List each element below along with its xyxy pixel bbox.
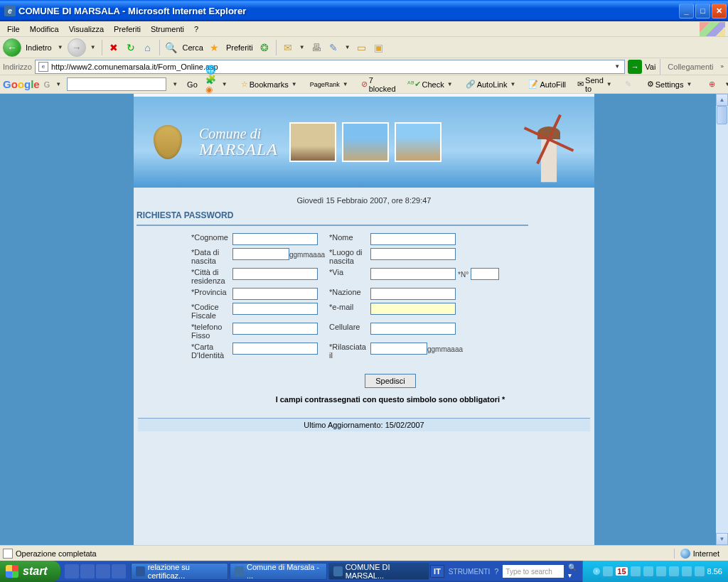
stop-icon[interactable]: ✖ xyxy=(107,41,121,55)
input-luogo-nascita[interactable] xyxy=(370,248,456,260)
scroll-up-button[interactable]: ▲ xyxy=(716,94,728,106)
page-hero: Comune di MARSALA xyxy=(134,97,594,188)
forward-dropdown[interactable]: ▼ xyxy=(89,44,97,50)
input-num[interactable] xyxy=(471,268,499,280)
forward-button[interactable]: → xyxy=(68,38,86,57)
nav-toolbar: ← Indietro ▼ → ▼ ✖ ↻ ⌂ 🔍 Cerca ★ Preferi… xyxy=(0,37,728,58)
scroll-down-button[interactable]: ▼ xyxy=(716,533,728,545)
favorites-icon[interactable]: ★ xyxy=(208,41,222,55)
hero-title: Comune di MARSALA xyxy=(199,126,278,158)
tray-icon-6[interactable] xyxy=(682,566,692,576)
autolink-button[interactable]: 🔗AutoLink▼ xyxy=(462,77,521,91)
tray-icon-1[interactable] xyxy=(603,566,613,576)
back-button[interactable]: ← xyxy=(3,38,21,57)
check-button[interactable]: ᴬᴮ✔Check▼ xyxy=(404,77,458,91)
scroll-thumb[interactable] xyxy=(717,106,727,124)
address-dropdown[interactable]: ▼ xyxy=(613,63,621,70)
input-nazione[interactable] xyxy=(370,288,456,300)
close-button[interactable]: ✕ xyxy=(712,4,727,18)
refresh-icon[interactable]: ↻ xyxy=(124,41,138,55)
go-button[interactable]: → xyxy=(628,60,642,74)
history-icon[interactable]: ❂ xyxy=(257,41,272,55)
tray-expand-icon[interactable]: ‹ xyxy=(593,568,600,575)
tray-icon-4[interactable] xyxy=(656,566,666,576)
ql-ie-icon[interactable] xyxy=(65,564,79,578)
input-cognome[interactable] xyxy=(232,233,318,245)
status-zone: Internet xyxy=(674,549,725,559)
input-cf[interactable] xyxy=(232,303,318,315)
label-num: *N° xyxy=(458,271,469,279)
task-word[interactable]: relazione su certificaz... xyxy=(131,563,228,580)
vertical-scrollbar[interactable]: ▲ ▼ xyxy=(716,94,728,545)
address-input[interactable]: e http://www2.comunemarsala.it/Form_Onli… xyxy=(35,60,625,74)
print-icon[interactable]: 🖶 xyxy=(309,41,323,55)
input-email[interactable] xyxy=(370,303,456,315)
input-citta[interactable] xyxy=(232,268,318,280)
research-icon[interactable]: ▭ xyxy=(355,41,369,55)
submit-button[interactable]: Spedisci xyxy=(365,374,416,388)
input-rilasciata[interactable] xyxy=(370,343,427,355)
task-ie-2[interactable]: COMUNE DI MARSAL... xyxy=(328,563,429,580)
edit-icon[interactable]: ✎ xyxy=(326,41,341,55)
input-via[interactable] xyxy=(370,268,456,280)
extra-toolbar-button[interactable]: ⊕ xyxy=(705,77,719,91)
menu-edit[interactable]: Modifica xyxy=(26,23,63,35)
label-provincia: *Provincia xyxy=(189,286,230,301)
messenger-icon[interactable]: ▣ xyxy=(372,41,386,55)
autofill-button[interactable]: 📝AutoFill xyxy=(525,77,569,91)
maximize-button[interactable]: □ xyxy=(695,4,710,18)
language-tools[interactable]: STRUMENTI xyxy=(449,568,490,576)
tray-icon-3[interactable] xyxy=(643,566,653,576)
links-label[interactable]: Collegamenti xyxy=(665,63,716,71)
label-via: *Via xyxy=(327,266,368,286)
menu-view[interactable]: Visualizza xyxy=(65,23,108,35)
back-dropdown[interactable]: ▼ xyxy=(56,44,65,50)
go-label[interactable]: Vai xyxy=(645,63,655,71)
input-carta[interactable] xyxy=(232,343,318,355)
links-chevron[interactable]: » xyxy=(719,63,725,70)
menu-help[interactable]: ? xyxy=(190,23,203,35)
page-heading: RICHIESTA PASSWORD xyxy=(136,209,528,226)
google-search-input[interactable] xyxy=(67,77,166,91)
ql-desktop-icon[interactable] xyxy=(80,564,95,578)
ql-app-icon[interactable] xyxy=(112,564,126,578)
menu-favorites[interactable]: Preferiti xyxy=(109,23,145,35)
status-page-icon xyxy=(3,549,13,559)
mail-icon[interactable]: ✉ xyxy=(281,41,295,55)
label-carta: *Carta D'Identità xyxy=(189,341,230,361)
windows-logo-icon xyxy=(6,565,18,578)
bookmarks-button[interactable]: ☆Bookmarks▼ xyxy=(237,77,302,91)
home-icon[interactable]: ⌂ xyxy=(141,41,155,55)
desktop-search-input[interactable]: Type to search xyxy=(503,565,564,578)
tray-icon-5[interactable] xyxy=(669,566,679,576)
input-cell[interactable] xyxy=(370,323,456,335)
start-button[interactable]: start xyxy=(0,561,60,582)
search-icon[interactable]: 🔍 xyxy=(164,41,178,55)
pagerank-button[interactable]: PageRank▼ xyxy=(306,79,353,90)
input-tel[interactable] xyxy=(232,323,318,335)
back-label[interactable]: Indietro xyxy=(24,43,53,52)
ql-firefox-icon[interactable] xyxy=(96,564,110,578)
input-nome[interactable] xyxy=(370,233,456,245)
input-data-nascita[interactable] xyxy=(232,248,289,260)
input-provincia[interactable] xyxy=(232,288,318,300)
label-nome: *Nome xyxy=(327,232,368,247)
highlight-button[interactable]: ✎ xyxy=(621,77,635,91)
tray-date-badge[interactable]: 15 xyxy=(616,567,627,576)
favorites-label[interactable]: Preferiti xyxy=(225,43,255,52)
tray-clock[interactable]: 8.56 xyxy=(707,567,722,576)
sendto-button[interactable]: ✉Send to▼ xyxy=(574,74,617,95)
task-ie-1[interactable]: Comune di Marsala - ... xyxy=(230,563,327,580)
search-label[interactable]: Cerca xyxy=(181,43,205,52)
settings-button[interactable]: ⚙Settings▼ xyxy=(643,77,697,91)
minimize-button[interactable]: _ xyxy=(679,4,694,18)
menu-tools[interactable]: Strumenti xyxy=(146,23,188,35)
tray-icon-2[interactable] xyxy=(631,566,641,576)
google-go-button[interactable]: Go xyxy=(183,78,201,91)
google-logo[interactable]: Google xyxy=(3,78,40,90)
popup-blocked-button[interactable]: ⊘7 blocked xyxy=(358,74,400,95)
language-indicator[interactable]: IT xyxy=(430,565,444,578)
menu-file[interactable]: File xyxy=(3,23,24,35)
tray-icon-7[interactable] xyxy=(695,566,705,576)
windows-flag-icon xyxy=(700,22,725,36)
